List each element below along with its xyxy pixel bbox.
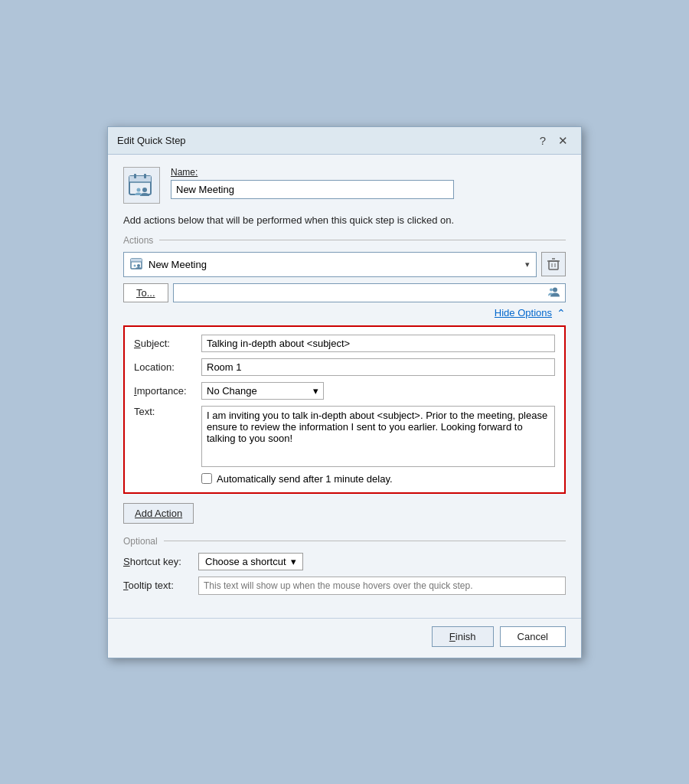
location-row: Location: bbox=[134, 358, 555, 376]
svg-point-11 bbox=[134, 264, 136, 266]
text-row: Text: I am inviting you to talk in-depth… bbox=[134, 406, 555, 467]
cancel-label: Cancel bbox=[518, 631, 548, 642]
svg-point-10 bbox=[137, 264, 140, 267]
svg-rect-1 bbox=[129, 176, 151, 182]
importance-dropdown-arrow: ▾ bbox=[313, 385, 318, 397]
subject-label: Subject: bbox=[134, 338, 195, 349]
name-row: Name: bbox=[123, 167, 566, 204]
importance-select[interactable]: No Change ▾ bbox=[201, 382, 324, 400]
chevron-up-icon: ⌃ bbox=[557, 307, 566, 319]
action-dropdown-arrow: ▾ bbox=[525, 260, 530, 270]
hide-options-row: Hide Options ⌃ bbox=[123, 307, 566, 319]
importance-label: Importance: bbox=[134, 385, 195, 397]
location-input[interactable] bbox=[201, 358, 555, 376]
name-label: Name: bbox=[171, 167, 566, 178]
optional-header: Optional bbox=[123, 536, 566, 547]
action-value: New Meeting bbox=[149, 259, 207, 270]
title-bar-left: Edit Quick Step bbox=[117, 135, 186, 146]
action-select[interactable]: New Meeting ▾ bbox=[123, 252, 537, 277]
shortcut-dropdown-arrow: ▾ bbox=[291, 556, 296, 567]
svg-rect-3 bbox=[134, 174, 136, 178]
auto-send-label: Automatically send after 1 minute delay. bbox=[217, 473, 393, 485]
action-select-content: New Meeting bbox=[130, 256, 207, 273]
shortcut-dropdown[interactable]: Choose a shortcut ▾ bbox=[198, 553, 303, 570]
importance-row: Importance: No Change ▾ bbox=[134, 382, 555, 400]
svg-rect-4 bbox=[144, 174, 146, 178]
close-button[interactable]: ✕ bbox=[554, 133, 572, 148]
description-text: Add actions below that will be performed… bbox=[123, 214, 566, 226]
dialog-footer: Finish Cancel bbox=[108, 618, 581, 658]
svg-point-17 bbox=[553, 288, 557, 292]
edit-quick-step-dialog: Edit Quick Step ? ✕ bbox=[107, 126, 582, 658]
tooltip-input[interactable] bbox=[198, 577, 566, 595]
dialog-title: Edit Quick Step bbox=[117, 135, 186, 146]
auto-send-row: Automatically send after 1 minute delay. bbox=[134, 473, 555, 485]
to-label: To... bbox=[136, 287, 155, 299]
finish-button[interactable]: Finish bbox=[432, 626, 494, 647]
tooltip-row: Tooltip text: bbox=[123, 577, 566, 595]
svg-rect-12 bbox=[549, 261, 558, 270]
help-button[interactable]: ? bbox=[536, 133, 550, 148]
shortcut-key-label: Shortcut key: bbox=[123, 556, 192, 567]
action-dropdown-row: New Meeting ▾ bbox=[123, 252, 566, 277]
calendar-people-svg bbox=[128, 172, 155, 199]
text-input[interactable]: I am inviting you to talk in-depth about… bbox=[201, 406, 555, 467]
svg-rect-8 bbox=[131, 259, 142, 262]
tooltip-label: Tooltip text: bbox=[123, 577, 192, 591]
subject-input[interactable] bbox=[201, 335, 555, 352]
actions-divider bbox=[159, 240, 566, 240]
text-label: Text: bbox=[134, 406, 195, 417]
location-label: Location: bbox=[134, 361, 195, 373]
cancel-button[interactable]: Cancel bbox=[500, 626, 566, 647]
optional-section: Optional Shortcut key: Choose a shortcut… bbox=[123, 536, 566, 595]
to-row: To... bbox=[123, 283, 566, 302]
svg-point-5 bbox=[142, 188, 147, 192]
to-input[interactable] bbox=[173, 283, 566, 302]
svg-point-18 bbox=[550, 289, 553, 292]
hide-options-link[interactable]: Hide Options bbox=[495, 307, 552, 318]
subject-row: Subject: bbox=[134, 335, 555, 352]
actions-label: Actions bbox=[123, 235, 153, 246]
trash-icon bbox=[547, 257, 560, 271]
optional-divider bbox=[164, 541, 566, 541]
dialog-body: Name: Add actions below that will be per… bbox=[108, 155, 581, 618]
title-bar-right: ? ✕ bbox=[536, 133, 572, 148]
auto-send-checkbox[interactable] bbox=[201, 473, 212, 484]
to-button[interactable]: To... bbox=[123, 283, 168, 302]
shortcut-row: Shortcut key: Choose a shortcut ▾ bbox=[123, 553, 566, 570]
name-input[interactable] bbox=[171, 180, 454, 199]
add-action-label: Add Action bbox=[135, 508, 182, 519]
svg-point-6 bbox=[137, 188, 141, 191]
to-input-wrap bbox=[173, 283, 566, 302]
address-book-icon bbox=[547, 285, 561, 301]
title-bar: Edit Quick Step ? ✕ bbox=[108, 127, 581, 155]
name-section: Name: bbox=[171, 167, 566, 199]
finish-label: Finish bbox=[449, 631, 476, 642]
action-icon bbox=[130, 256, 144, 273]
delete-action-button[interactable] bbox=[541, 252, 566, 276]
optional-label: Optional bbox=[123, 536, 158, 547]
meeting-icon bbox=[123, 167, 160, 204]
shortcut-value: Choose a shortcut bbox=[205, 556, 286, 567]
add-action-button[interactable]: Add Action bbox=[123, 503, 194, 524]
options-box: Subject: Location: Importance: No Change… bbox=[123, 325, 566, 494]
importance-value: No Change bbox=[207, 385, 257, 397]
actions-section-header: Actions bbox=[123, 235, 566, 246]
